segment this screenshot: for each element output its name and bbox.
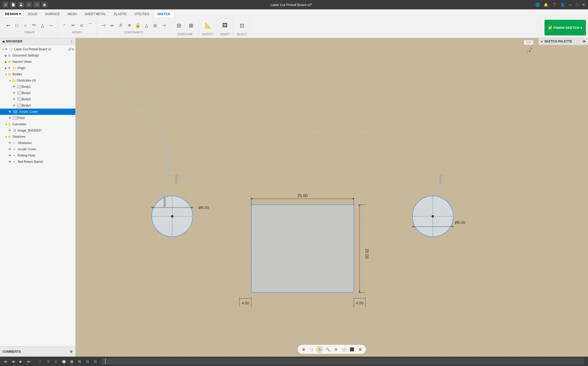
rect-tool[interactable]: □ [13, 22, 21, 29]
play-prev-button[interactable]: ◀ [10, 358, 16, 364]
tab-sketch[interactable]: SKETCH [154, 11, 174, 17]
tree-item-floor[interactable]: 👁 Floor [0, 115, 75, 121]
view-ctrl-grid[interactable]: ⊞ [357, 346, 364, 353]
home-icon[interactable]: 🏠 [42, 2, 47, 8]
arc-tool[interactable]: ◜ [60, 22, 68, 29]
comments-options-icon[interactable]: ⚙ [70, 350, 73, 353]
tab-utilities[interactable]: UTILITIES [131, 11, 153, 17]
lock-tool[interactable]: 🔒 [134, 22, 142, 29]
tree-item-bodies[interactable]: ▾ 📁 Bodies [0, 71, 75, 77]
expand-canvases[interactable]: ▾ [4, 122, 8, 126]
globe-icon[interactable]: 🌐 [535, 3, 540, 7]
tree-item-root[interactable]: ▾ 👁 ⬡ Laser Cut Pinball Board v2 🔗 ⚙ [0, 46, 75, 52]
mirror-tool[interactable]: ⌒ [86, 22, 94, 29]
eye-floor[interactable]: 👁 [8, 116, 13, 120]
timeline-btn7[interactable]: ⊡ [84, 358, 90, 364]
timeline-btn8[interactable]: ⊡ [92, 358, 98, 364]
eye-body2[interactable]: 👁 [13, 91, 17, 95]
app-menu-icon[interactable]: ⊞ [3, 2, 8, 8]
link-icon[interactable]: 🔗 [68, 48, 72, 51]
expand-namedviews[interactable]: ▶ [4, 60, 8, 64]
view-ctrl-pan[interactable]: ✋ [316, 346, 323, 353]
sketch-settings-tool[interactable]: ⊞ [185, 20, 197, 31]
view-ctrl-snapshot[interactable]: □ [308, 346, 315, 353]
circle-tool[interactable]: ○ [21, 22, 29, 29]
trim-tool[interactable]: ✂ [69, 22, 77, 29]
tree-item-body3[interactable]: 👁 Body3 [0, 96, 75, 102]
timeline-btn6[interactable]: ⊞ [76, 358, 83, 364]
collapse-icon[interactable]: ◀ [2, 40, 4, 43]
expand-root[interactable]: ▾ [1, 47, 5, 51]
spline-tool[interactable]: 〜 [30, 22, 38, 29]
play-end-button[interactable]: ⏭ [26, 358, 32, 364]
tree-item-obstacles[interactable]: ▾ 📁 Obsticales (4) [0, 77, 75, 84]
tree-item-docsettings[interactable]: ▶ ⚙ Document Settings [0, 52, 75, 59]
view-ctrl-zoom-fit[interactable]: 🔍 [324, 346, 332, 353]
tangent-tool[interactable]: ⊣ [160, 22, 168, 29]
browser-options-icon[interactable]: ⋮ [70, 40, 73, 43]
tree-item-canvases[interactable]: ▾ 📁 Canvases [0, 121, 75, 127]
file-icon[interactable]: 📄 [10, 2, 16, 8]
timeline-btn3[interactable]: ◻ [53, 358, 59, 364]
view-ctrl-origin[interactable]: ⊕ [300, 346, 307, 353]
tab-surface[interactable]: SURFACE [41, 11, 64, 17]
timeline-btn5[interactable]: ▦ [69, 358, 75, 364]
tab-solid[interactable]: SOLID [24, 11, 41, 17]
horiz-tool[interactable]: ═ [108, 22, 116, 29]
eye-body3[interactable]: 👁 [13, 97, 17, 101]
tree-item-ball-return[interactable]: 👁 ✏ Ball Return Barrier [0, 159, 75, 165]
eye-root[interactable]: 👁 [5, 47, 9, 51]
tree-item-body1[interactable]: 👁 Body1 [0, 84, 75, 90]
eye-origin[interactable]: 👁 [8, 66, 13, 70]
concentric-tool[interactable]: ◎ [151, 22, 159, 29]
play-start-button[interactable]: ⏮ [2, 358, 8, 364]
sketch-dimension-tool[interactable]: ⊟ [173, 20, 185, 31]
save-icon[interactable]: 💾 [18, 2, 24, 8]
expand-sketches[interactable]: ▾ [4, 135, 8, 139]
view-ctrl-display1[interactable]: ⬜ [340, 346, 348, 353]
play-button[interactable]: ▶ [18, 358, 24, 364]
tree-item-acrylic-sketch[interactable]: 👁 ✏ Acrylic Cover [0, 146, 75, 152]
undo-icon[interactable]: ↩ [26, 2, 32, 8]
perp-tool[interactable]: ✕ [125, 22, 133, 29]
tree-item-origin[interactable]: ▶ 👁 📁 Origin [0, 65, 75, 71]
eye-acrylic-sketch[interactable]: 👁 [8, 147, 13, 151]
eye-image[interactable]: 👁 [8, 129, 13, 132]
finish-sketch-button[interactable]: ✅ FINISH SKETCH ▾ [544, 20, 586, 35]
tree-item-obstacles-sketch[interactable]: 👁 ✏ Obstacles [0, 140, 75, 146]
offset-tool[interactable]: ⊂ [78, 22, 85, 29]
tree-item-image[interactable]: 👁 🖼 image_50439937 [0, 127, 75, 134]
user-icon[interactable]: 👤 [560, 3, 565, 7]
tab-plastic[interactable]: PLASTIC [110, 11, 130, 17]
close-button[interactable]: ✕ [582, 3, 585, 7]
undo-tool[interactable]: ↩ [4, 22, 12, 29]
equal-tool[interactable]: △ [143, 22, 150, 29]
minimize-button[interactable]: — [569, 3, 572, 7]
line-tool[interactable]: ─ [47, 22, 55, 29]
insert-image-tool[interactable]: 🖼 [219, 20, 231, 31]
eye-body1[interactable]: 👁 [13, 85, 17, 89]
design-dropdown[interactable]: DESIGN ▾ [2, 11, 24, 17]
tree-item-namedviews[interactable]: ▶ 📁 Named Views [0, 59, 75, 65]
select-tool[interactable]: ⊡ [236, 20, 248, 31]
expand-bodies[interactable]: ▾ [4, 72, 8, 76]
help-icon[interactable]: ❓ [552, 3, 556, 7]
measure-tool[interactable]: 📐 [202, 20, 214, 31]
eye-rolling-floor[interactable]: 👁 [8, 154, 13, 157]
window-controls[interactable]: 🌐 🔔 ❓ 👤 — □ ✕ [535, 3, 585, 7]
settings-icon[interactable]: ⚙ [72, 48, 74, 51]
timeline-btn2[interactable]: ≡ [45, 358, 51, 364]
tree-item-body4[interactable]: 👁 Body4 [0, 102, 75, 109]
view-ctrl-zoom-out[interactable]: ⊖ [332, 346, 340, 353]
eye-obstacles-sketch[interactable]: 👁 [8, 141, 13, 145]
fix-tool[interactable]: ⊣ [100, 22, 107, 29]
maximize-button[interactable]: □ [576, 3, 578, 7]
eye-acrylic[interactable]: 👁 [8, 110, 13, 114]
tab-sheet-metal[interactable]: SHEET METAL [81, 11, 109, 17]
expand-origin[interactable]: ▶ [4, 66, 8, 70]
tab-mesh[interactable]: MESH [64, 11, 81, 17]
view-ctrl-display2[interactable]: ⬛ [348, 346, 356, 353]
parallel-tool[interactable]: // [117, 22, 125, 29]
expand-docsettings[interactable]: ▶ [4, 54, 8, 57]
tree-item-acrylic-cover[interactable]: 👁 Acrylic Cover [0, 109, 75, 115]
